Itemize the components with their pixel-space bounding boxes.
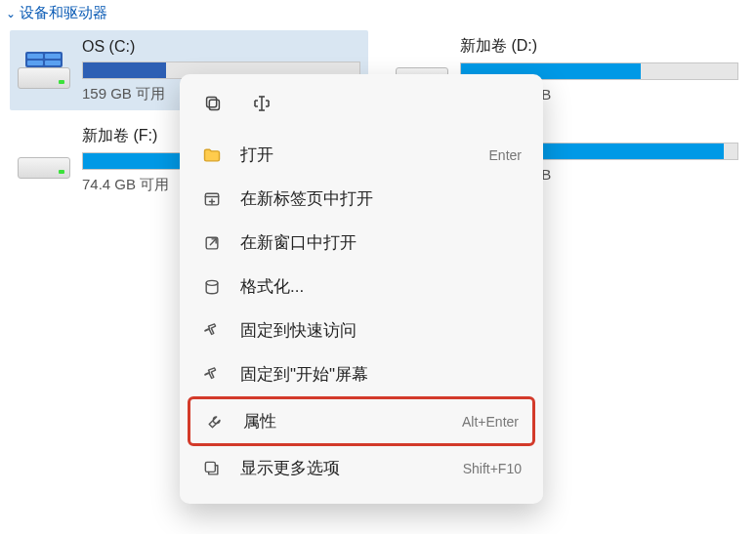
chevron-down-icon: ⌄ [6,7,16,21]
os-drive-icon [18,52,70,89]
new-tab-icon [201,188,223,210]
context-menu-list: 打开Enter在新标签页中打开在新窗口中打开格式化...固定到快速访问固定到"开… [180,127,543,496]
menu-item-new-tab[interactable]: 在新标签页中打开 [188,177,535,221]
menu-item-shortcut: Enter [489,147,522,163]
menu-item-pin[interactable]: 固定到快速访问 [188,308,535,352]
drive-label: 新加卷 (D:) [460,36,738,57]
menu-item-shortcut: Alt+Enter [462,414,519,430]
context-menu: 打开Enter在新标签页中打开在新窗口中打开格式化...固定到快速访问固定到"开… [180,74,543,504]
folder-icon [201,144,223,166]
menu-item-more[interactable]: 显示更多选项Shift+F10 [188,446,535,490]
more-icon [201,458,223,479]
rename-icon[interactable] [248,90,275,117]
menu-item-shortcut: Shift+F10 [463,461,522,476]
menu-item-label: 打开 [240,144,472,166]
context-menu-actions-row [180,74,543,127]
section-header[interactable]: ⌄ 设备和驱动器 [0,0,756,26]
menu-item-label: 在新标签页中打开 [240,187,522,210]
menu-item-label: 固定到快速访问 [240,319,522,342]
menu-item-wrench[interactable]: 属性Alt+Enter [188,396,535,446]
svg-rect-1 [207,98,217,107]
pin-icon [201,320,223,342]
menu-item-format[interactable]: 格式化... [188,265,535,308]
menu-item-pin[interactable]: 固定到"开始"屏幕 [188,352,535,396]
menu-item-label: 在新窗口中打开 [240,231,522,254]
menu-item-label: 显示更多选项 [240,457,445,479]
section-title: 设备和驱动器 [20,4,107,22]
pin-icon [201,364,223,386]
svg-rect-0 [209,100,219,109]
svg-point-7 [206,280,218,285]
menu-item-label: 格式化... [240,275,522,298]
menu-item-label: 固定到"开始"屏幕 [240,363,522,386]
menu-item-open-external[interactable]: 在新窗口中打开 [188,221,535,265]
drive-icon [18,142,70,179]
format-icon [201,276,223,298]
drive-label: OS (C:) [82,38,360,56]
svg-rect-8 [205,462,215,472]
menu-item-label: 属性 [243,410,444,432]
wrench-icon [204,411,226,432]
open-external-icon [201,232,223,254]
copy-icon[interactable] [199,90,227,117]
menu-item-folder[interactable]: 打开Enter [188,133,535,177]
